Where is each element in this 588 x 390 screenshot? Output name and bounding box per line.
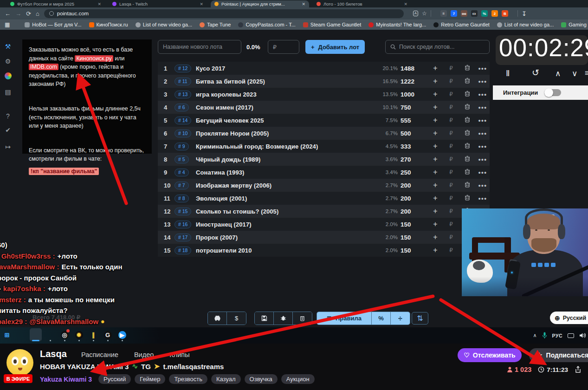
lot-name[interactable]: Сонатина (1993) — [196, 169, 370, 176]
bookmark-item[interactable]: Retro Game Gauntlet — [433, 22, 490, 27]
integrations-toggle[interactable] — [544, 89, 561, 96]
chat-username[interactable]: kapi7oshka : — [3, 285, 45, 292]
lot-row[interactable]: 3 # 13 игра королевы 2023 13.5% 1000 + ₽… — [158, 88, 490, 101]
stream-tag[interactable]: Казуал — [211, 374, 241, 384]
lot-amount-input[interactable]: ₽ — [443, 208, 459, 214]
clear-lots-icon[interactable] — [293, 312, 312, 325]
bookmark-item[interactable]: Myinstants! The larg... — [368, 22, 426, 27]
tab-close-icon[interactable]: ✕ — [97, 2, 101, 6]
lot-add-icon[interactable]: + — [427, 220, 443, 228]
timer-up-icon[interactable]: ∧ — [555, 69, 561, 78]
extension-icon[interactable]: ≡ — [440, 10, 447, 17]
rules-button[interactable]: ≣Правила — [317, 312, 372, 325]
lot-amount-input[interactable]: ₽ — [443, 156, 459, 162]
extension-icon[interactable]: 7 — [451, 10, 457, 17]
logout-icon[interactable]: ↦ — [3, 143, 13, 150]
lot-menu-icon[interactable]: ••• — [476, 117, 490, 124]
safety-icon[interactable]: ✔ — [3, 126, 13, 134]
lot-row[interactable]: 6 # 10 Проклятие Норои (2005) 6.7% 500 +… — [158, 127, 490, 140]
lot-name[interactable]: Иностранец (2017) — [196, 221, 370, 228]
lot-menu-icon[interactable]: ••• — [476, 130, 490, 137]
lot-row[interactable]: 5 # 14 Бегущий человек 2025 7.5% 555 + ₽… — [158, 114, 490, 127]
new-lot-input[interactable]: Название нового лота — [158, 40, 241, 54]
stream-tag[interactable]: Озвучка — [245, 374, 278, 384]
tab-close-icon[interactable]: ✕ — [200, 2, 203, 6]
language-selector[interactable]: ⊕ Русский — [550, 312, 588, 324]
bookmark-item[interactable]: Gaming News, Gam... — [561, 22, 588, 27]
lot-row[interactable]: 4 # 6 Сезон измен (2017) 10.1% 750 + ₽ •… — [158, 101, 490, 114]
taskbar-app-icon[interactable]: ◎ — [58, 328, 71, 341]
lot-amount-input[interactable]: ₽ — [443, 91, 459, 98]
taskbar-app-icon[interactable] — [15, 328, 27, 341]
help-icon[interactable]: ? — [3, 112, 13, 120]
lot-add-icon[interactable]: + — [427, 181, 443, 189]
site-info-icon[interactable] — [49, 11, 54, 16]
lot-menu-icon[interactable]: ••• — [476, 195, 490, 202]
lot-row[interactable]: 2 # 11 Битва за битвой (2025) 16.5% 1222… — [158, 75, 490, 88]
pause-icon[interactable]: Ⅱ — [506, 69, 510, 78]
lot-name[interactable]: Кусо 2017 — [196, 65, 370, 72]
lot-amount-input[interactable]: ₽ — [443, 130, 459, 136]
trash-icon[interactable] — [459, 169, 476, 176]
trash-icon[interactable] — [459, 130, 476, 137]
bookmark-item[interactable]: List of new video ga... — [497, 22, 554, 27]
lot-add-icon[interactable]: + — [427, 90, 443, 98]
lot-row[interactable]: 9 # 4 Сонатина (1993) 3.4% 250 + ₽ ••• — [158, 166, 490, 179]
browser-tab[interactable]: Lasqa - Twitch ✕ — [109, 0, 207, 7]
lot-menu-icon[interactable]: ••• — [476, 169, 490, 176]
lot-add-icon[interactable]: + — [427, 64, 443, 72]
tray-speaker-icon[interactable] — [579, 332, 586, 338]
lot-row[interactable]: 13 # 16 Иностранец (2017) 2.0% 150 + ₽ •… — [158, 218, 490, 231]
chat-username[interactable]: lavaMarshmallow : — [0, 263, 59, 271]
address-bar[interactable]: pointauc.com — [44, 9, 404, 18]
extension-icon[interactable]: ▭ — [471, 10, 478, 17]
forward-icon[interactable]: → — [15, 11, 21, 17]
lot-name[interactable]: Сколько ты стоишь? (2005) — [196, 208, 370, 215]
lot-amount-input[interactable]: ₽ — [443, 104, 459, 110]
bookmark-item[interactable]: Steam Game Gauntlet — [303, 22, 361, 27]
lot-amount-input[interactable]: ₽ — [443, 78, 459, 84]
tab-close-icon[interactable]: ✕ — [302, 2, 305, 6]
lot-add-icon[interactable]: + — [427, 168, 443, 176]
stream-tag[interactable]: Аукцион — [281, 374, 315, 384]
lot-menu-icon[interactable]: ••• — [476, 65, 490, 72]
lot-row[interactable]: 11 # 8 Эволюция (2001) 2.7% 200 + ₽ ••• — [158, 192, 490, 205]
subscribe-button[interactable]: ☆ Подписаться — [529, 348, 588, 362]
trash-icon[interactable] — [459, 104, 476, 111]
lot-row[interactable]: 15 # 18 потрошители 2010 2.0% 150 + ₽ ••… — [158, 244, 490, 257]
lot-menu-icon[interactable]: ••• — [476, 156, 490, 163]
lot-add-icon[interactable]: + — [427, 129, 443, 137]
lot-menu-icon[interactable]: ••• — [476, 104, 490, 111]
lot-row[interactable]: 12 # 15 Сколько ты стоишь? (2005) 2.7% 2… — [158, 205, 490, 218]
lot-name[interactable]: Пророк (2007) — [196, 234, 370, 241]
lot-name[interactable]: Криминальный город: Возмездие (2024) — [196, 143, 370, 150]
percent-mode-button[interactable]: % — [372, 312, 391, 325]
trash-icon[interactable] — [459, 195, 476, 202]
browser-tab[interactable]: Футбол России и мира 2025 ✕ — [6, 0, 105, 7]
taskbar-app-icon[interactable]: G — [102, 328, 114, 341]
lot-name[interactable]: Чёрный дождь (1989) — [196, 156, 370, 163]
home-icon[interactable]: ⌂ — [36, 11, 39, 17]
bookmark-star-icon[interactable]: ☆ — [422, 10, 427, 17]
stream-tag[interactable]: Русский — [98, 374, 131, 384]
new-lot-amount-input[interactable]: ₽ — [268, 40, 299, 54]
download-icon[interactable]: ↧ — [522, 10, 527, 17]
lot-menu-icon[interactable]: ••• — [476, 143, 490, 150]
trash-icon[interactable] — [459, 182, 476, 189]
stream-tag[interactable]: Геймер — [135, 374, 165, 384]
bookmark-item[interactable]: КиноПоиск.ru — [89, 22, 128, 27]
telegram-link[interactable]: t.me/lasqastreams — [163, 363, 224, 370]
taskbar-app-icon[interactable]: ⊞ — [1, 328, 13, 341]
bookmark-item[interactable]: HoBot — Бот для V... — [25, 22, 81, 27]
lot-name[interactable]: Битва за битвой (2025) — [196, 78, 370, 85]
tab-close-icon[interactable]: ✕ — [404, 2, 407, 6]
save-icon[interactable] — [255, 312, 274, 325]
taskbar-app-icon[interactable] — [44, 328, 56, 341]
lot-menu-icon[interactable]: ••• — [476, 182, 490, 189]
chat-username[interactable]: imsterz : — [0, 296, 26, 304]
add-lot-button[interactable]: + Добавить лот — [305, 40, 365, 54]
chat-mention[interactable]: @SlavaMarshmallow — [29, 318, 98, 325]
lot-amount-input[interactable]: ₽ — [443, 221, 459, 228]
lot-name[interactable]: Проклятие Норои (2005) — [196, 130, 370, 137]
channel-name[interactable]: Lasqa — [40, 349, 67, 359]
